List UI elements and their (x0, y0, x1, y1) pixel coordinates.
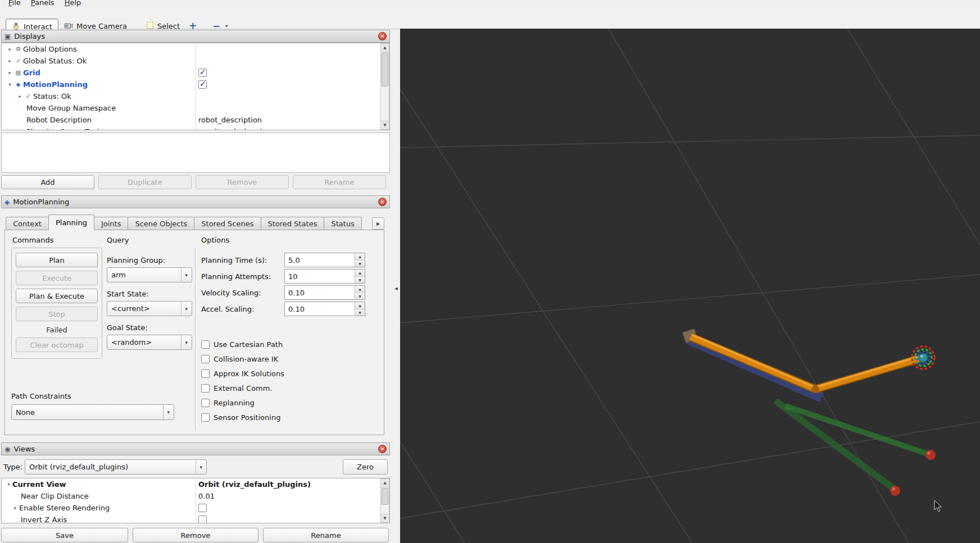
menu-help[interactable]: Help (60, 0, 87, 8)
spin-up-icon[interactable]: ▲ (355, 286, 365, 293)
tree-row-robot-description[interactable]: Robot Description robot_description (2, 114, 389, 126)
views-row-invert-z[interactable]: Invert Z Axis (2, 514, 389, 523)
scroll-up-icon[interactable]: ▲ (381, 479, 389, 487)
spin-down-icon[interactable]: ▼ (355, 261, 365, 267)
path-constraints-select[interactable]: None ▾ (11, 404, 174, 420)
check-icon: ✓ (13, 57, 23, 65)
plan-button[interactable]: Plan (16, 253, 98, 267)
sensor-positioning-checkbox[interactable] (201, 413, 210, 422)
add-display-button[interactable]: Add (1, 175, 94, 189)
near-clip-value[interactable]: 0.01 (198, 490, 215, 502)
end-effector-sphere[interactable] (919, 353, 928, 362)
displays-scrollbar[interactable]: ▲ ▼ (380, 43, 389, 130)
viewport-canvas[interactable] (400, 29, 980, 543)
render-viewport[interactable] (400, 29, 980, 543)
menu-file[interactable]: File (3, 0, 26, 8)
approx-ik-solutions-option[interactable]: Approx IK Solutions (201, 369, 284, 378)
scroll-down-icon[interactable]: ▼ (381, 514, 389, 522)
chevron-right-icon[interactable]: ▸ (16, 94, 24, 99)
views-panel-header[interactable]: ◉ Views ✕ (1, 442, 390, 455)
tab-stored-scenes[interactable]: Stored Scenes (194, 217, 261, 230)
views-row-near-clip[interactable]: Near Clip Distance 0.01 (2, 490, 389, 502)
chevron-right-icon[interactable]: ▸ (6, 47, 13, 52)
goal-state-select[interactable]: <random> ▾ (107, 335, 192, 350)
view-type-select[interactable]: Orbit (rviz_default_plugins) ▾ (25, 459, 207, 474)
displays-panel-header[interactable]: ▣ Displays ✕ (1, 30, 390, 43)
panel-collapse-handle[interactable]: ◂ (392, 280, 400, 296)
spin-down-icon[interactable]: ▼ (355, 293, 365, 300)
tree-row-status-ok[interactable]: ▸ ✓ Status: Ok (2, 90, 389, 102)
zero-view-button[interactable]: Zero (343, 459, 388, 474)
collision-aware-ik-option[interactable]: Collision-aware IK (201, 355, 278, 363)
planning-attempts-value[interactable]: 10 (285, 270, 355, 283)
chevron-down-icon[interactable]: ▾ (5, 482, 12, 487)
velocity-scaling-spinbox[interactable]: 0.10 ▲▼ (284, 285, 365, 300)
chevron-down-icon[interactable]: ▾ (225, 24, 228, 29)
scroll-down-icon[interactable]: ▼ (381, 121, 389, 129)
rename-view-button[interactable]: Rename (263, 528, 389, 542)
scroll-up-icon[interactable]: ▲ (381, 44, 389, 52)
close-icon[interactable]: ✕ (378, 32, 387, 40)
spin-up-icon[interactable]: ▲ (355, 253, 365, 261)
use-cartesian-path-checkbox[interactable] (201, 340, 210, 349)
tab-scroll-right-icon[interactable]: ▶ (372, 217, 384, 230)
property-value[interactable]: monitored_planning_scene (198, 126, 296, 130)
accel-scaling-value[interactable]: 0.10 (285, 302, 355, 316)
sensor-positioning-option[interactable]: Sensor Positioning (201, 413, 280, 422)
views-row-stereo[interactable]: ▸ Enable Stereo Rendering (2, 502, 389, 514)
invert-z-axis-checkbox[interactable] (198, 515, 207, 523)
chevron-right-icon[interactable]: ▸ (6, 70, 13, 75)
close-icon[interactable]: ✕ (378, 198, 387, 206)
scrollbar-thumb[interactable] (382, 488, 388, 505)
plan-and-execute-button[interactable]: Plan & Execute (16, 289, 98, 303)
external-comm-checkbox[interactable] (201, 384, 210, 393)
tree-row-grid[interactable]: ▸ ▦ Grid (2, 67, 389, 79)
scrollbar-thumb[interactable] (382, 53, 388, 86)
tree-row-move-group-namespace[interactable]: Move Group Namespace (2, 102, 389, 114)
velocity-scaling-value[interactable]: 0.10 (285, 286, 355, 299)
motionplanning-panel-header[interactable]: ◈ MotionPlanning ✕ (1, 195, 390, 208)
chevron-right-icon[interactable]: ▸ (12, 505, 19, 510)
views-scrollbar[interactable]: ▲ ▼ (380, 478, 389, 523)
remove-display-button: Remove (196, 175, 289, 189)
replanning-checkbox[interactable] (201, 399, 210, 407)
tab-joints[interactable]: Joints (94, 217, 129, 230)
planning-time-spinbox[interactable]: 5.0 ▲▼ (284, 253, 365, 267)
views-row-current-view[interactable]: ▾ Current View Orbit (rviz_default_plugi… (2, 478, 389, 490)
chevron-down-icon[interactable]: ▾ (6, 82, 13, 87)
tab-planning[interactable]: Planning (48, 215, 94, 230)
external-comm-option[interactable]: External Comm. (201, 384, 273, 393)
accel-scaling-spinbox[interactable]: 0.10 ▲▼ (284, 302, 365, 316)
tree-row-motionplanning[interactable]: ▾ ◈ MotionPlanning (2, 79, 389, 90)
menu-panels[interactable]: Panels (26, 0, 60, 8)
tab-status[interactable]: Status (324, 217, 361, 230)
view-row-label: Current View (12, 480, 66, 489)
spin-up-icon[interactable]: ▲ (355, 302, 365, 309)
collision-aware-ik-checkbox[interactable] (201, 355, 210, 363)
spin-down-icon[interactable]: ▼ (355, 277, 365, 284)
planning-group-select[interactable]: arm ▾ (107, 267, 192, 282)
tab-scene-objects[interactable]: Scene Objects (128, 217, 194, 230)
spin-up-icon[interactable]: ▲ (355, 270, 365, 277)
motionplanning-enabled-checkbox[interactable] (198, 80, 207, 89)
remove-view-button[interactable]: Remove (133, 528, 258, 542)
stereo-rendering-checkbox[interactable] (198, 504, 207, 512)
tree-row-planning-scene-topic[interactable]: Planning Scene Topic monitored_planning_… (2, 126, 389, 130)
planning-attempts-spinbox[interactable]: 10 ▲▼ (284, 269, 365, 284)
use-cartesian-path-option[interactable]: Use Cartesian Path (201, 340, 283, 349)
start-state-select[interactable]: <current> ▾ (107, 301, 192, 316)
tab-stored-states[interactable]: Stored States (261, 217, 325, 230)
planning-time-value[interactable]: 5.0 (285, 253, 355, 267)
approx-ik-solutions-checkbox[interactable] (201, 369, 210, 378)
spin-down-icon[interactable]: ▼ (355, 309, 365, 316)
property-value[interactable]: robot_description (198, 114, 262, 126)
replanning-option[interactable]: Replanning (201, 399, 255, 407)
tree-row-global-status[interactable]: ▸ ✓ Global Status: Ok (2, 55, 389, 67)
grid-enabled-checkbox[interactable] (198, 69, 207, 77)
chevron-down-icon: ▾ (163, 405, 170, 419)
tab-context[interactable]: Context (6, 217, 49, 230)
close-icon[interactable]: ✕ (378, 445, 387, 453)
chevron-right-icon[interactable]: ▸ (6, 58, 13, 63)
tree-row-global-options[interactable]: ▸ ⚙ Global Options (2, 43, 389, 55)
save-view-button[interactable]: Save (1, 528, 128, 542)
